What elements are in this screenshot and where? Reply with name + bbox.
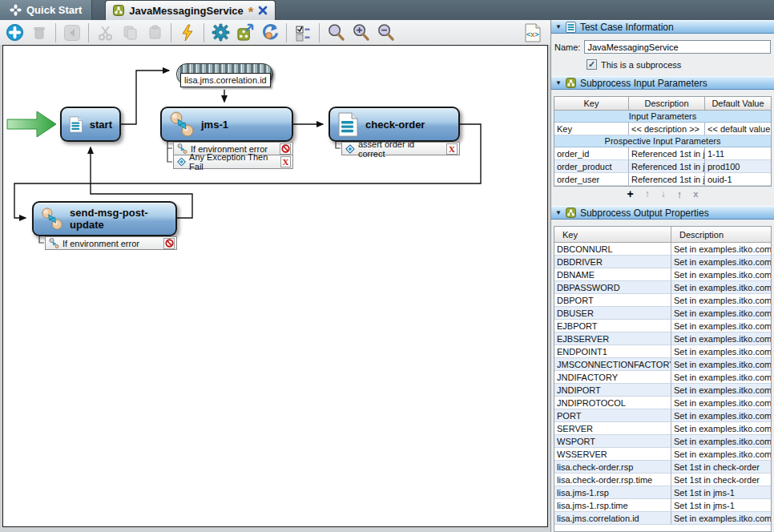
cell-key[interactable]: order_id xyxy=(554,147,629,160)
navigate-back-button[interactable] xyxy=(61,22,83,43)
delete-step-button[interactable] xyxy=(28,22,50,43)
cell-description[interactable]: Set in examples.itko.com.confi... xyxy=(671,281,771,294)
table-row[interactable]: order_product Referenced 1st in j... pro… xyxy=(554,160,771,173)
cell-description[interactable]: Set in examples.itko.com.confi... xyxy=(671,294,771,307)
revert-button[interactable] xyxy=(259,22,281,43)
move-row-down-button[interactable]: ↓ xyxy=(661,188,666,200)
assertion-row[interactable]: assert order id correct X xyxy=(341,142,460,155)
table-row[interactable]: ENDPOINT1 Set in examples.itko.com.confi… xyxy=(554,345,771,358)
cell-description[interactable]: Set in examples.itko.com.confi... xyxy=(671,384,771,397)
cell-description[interactable]: Set in examples.itko.com.confi... xyxy=(671,512,771,525)
cell-description[interactable]: Set in examples.itko.com.confi... xyxy=(671,332,771,345)
column-header[interactable]: Description xyxy=(629,97,705,111)
workflow-canvas[interactable]: lisa.jms.correlation.id start xyxy=(2,45,548,527)
collapse-triangle-icon[interactable]: ▼ xyxy=(555,79,562,87)
zoom-in-button[interactable] xyxy=(349,22,372,43)
cell-key[interactable]: lisa.jms-1.rsp xyxy=(554,486,671,499)
table-row[interactable]: EJBSERVER Set in examples.itko.com.confi… xyxy=(554,332,771,345)
cell-description[interactable]: Set in examples.itko.com.confi... xyxy=(671,243,771,256)
section-header-output-properties[interactable]: ▼ Subprocess Output Properties xyxy=(551,206,774,220)
cell-key[interactable]: order_product xyxy=(554,160,629,173)
cell-key[interactable]: lisa.check-order.rsp xyxy=(554,461,671,474)
cell-description[interactable]: Set in examples.itko.com.confi... xyxy=(671,256,771,268)
checklist-button[interactable] xyxy=(292,22,314,43)
table-row[interactable]: JNDIFACTORY Set in examples.itko.com.con… xyxy=(554,371,771,384)
table-row[interactable]: DBNAME Set in examples.itko.com.confi... xyxy=(554,268,771,281)
table-row[interactable]: order_id Referenced 1st in j... 1-11 xyxy=(554,147,771,160)
cell-description[interactable]: << description >> xyxy=(629,123,705,135)
cell-key[interactable]: Key xyxy=(554,123,629,135)
cell-default-value[interactable]: ouid-1 xyxy=(705,173,771,186)
cell-description[interactable]: Set in examples.itko.com.confi... xyxy=(671,358,771,371)
cell-description[interactable]: Set in examples.itko.com.confi... xyxy=(671,345,771,358)
cell-key[interactable]: EJBSERVER xyxy=(554,332,671,345)
cell-description[interactable]: Set 1st in check-order xyxy=(671,474,771,486)
cell-description[interactable]: Set in examples.itko.com.confi... xyxy=(671,409,771,422)
promote-row-button[interactable]: ↑ xyxy=(677,188,683,200)
cell-key[interactable]: EJBPORT xyxy=(554,320,671,332)
cell-description[interactable]: Set in examples.itko.com.confi... xyxy=(671,422,771,435)
assertion-row[interactable]: Any Exception Then Fail X xyxy=(173,155,293,169)
cell-description[interactable]: Set in examples.itko.com.confi... xyxy=(671,320,771,332)
cell-key[interactable]: JMSCONNECTIONFACTORY xyxy=(554,358,671,371)
cell-key[interactable]: JNDIFACTORY xyxy=(554,371,671,384)
settings-button[interactable] xyxy=(209,22,232,43)
table-row[interactable]: lisa.check-order.rsp Set 1st in check-or… xyxy=(554,461,771,474)
tab-quick-start[interactable]: Quick Start xyxy=(0,0,92,20)
table-row[interactable]: order_user Referenced 1st in j... ouid-1 xyxy=(554,173,771,186)
assertion-row[interactable]: If environment error xyxy=(45,236,177,250)
column-header[interactable]: Description xyxy=(671,227,771,243)
subprocess-checkbox[interactable]: ✓ xyxy=(587,59,597,70)
paste-button[interactable] xyxy=(143,22,166,43)
cell-description[interactable]: Set in examples.itko.com.confi... xyxy=(671,435,771,448)
zoom-out-button[interactable] xyxy=(374,22,397,43)
collapse-triangle-icon[interactable]: ▼ xyxy=(555,209,562,216)
table-row[interactable]: DBPORT Set in examples.itko.com.confi... xyxy=(554,294,771,307)
column-header[interactable]: Key xyxy=(554,97,629,111)
cell-key[interactable]: WSPORT xyxy=(554,435,671,448)
table-row[interactable]: lisa.jms-1.rsp Set 1st in jms-1 xyxy=(554,486,771,499)
cell-key[interactable]: lisa.jms-1.rsp.time xyxy=(554,499,671,512)
cell-description[interactable]: Referenced 1st in j... xyxy=(629,160,705,173)
cell-key[interactable]: PORT xyxy=(554,409,671,422)
table-row[interactable]: JNDIPROTOCOL Set in examples.itko.com.co… xyxy=(554,397,771,409)
cut-button[interactable] xyxy=(94,22,116,43)
table-row[interactable]: WSPORT Set in examples.itko.com.confi... xyxy=(554,435,771,448)
cell-description[interactable]: Set in examples.itko.com.confi... xyxy=(671,397,771,409)
cell-key[interactable]: WSSERVER xyxy=(554,448,671,461)
table-row[interactable]: lisa.check-order.rsp.time Set 1st in che… xyxy=(554,474,771,486)
move-row-up-button[interactable]: ↑ xyxy=(645,188,650,200)
cell-key[interactable]: DBCONNURL xyxy=(554,243,671,256)
run-button[interactable] xyxy=(176,22,199,43)
red-x-icon[interactable]: X xyxy=(446,143,458,155)
cell-key[interactable]: lisa.check-order.rsp.time xyxy=(554,474,671,486)
no-entry-icon[interactable] xyxy=(280,143,291,155)
cell-default-value[interactable]: 1-11 xyxy=(705,147,771,160)
column-header[interactable]: Key xyxy=(554,227,671,243)
cell-key[interactable]: order_user xyxy=(554,173,629,186)
table-row[interactable]: WSSERVER Set in examples.itko.com.confi.… xyxy=(554,448,771,461)
column-header[interactable]: Default Value xyxy=(705,97,771,111)
table-row[interactable]: JNDIPORT Set in examples.itko.com.confi.… xyxy=(554,384,771,397)
table-row[interactable]: EJBPORT Set in examples.itko.com.confi..… xyxy=(554,320,771,332)
cell-description[interactable]: Set 1st in jms-1 xyxy=(671,499,771,512)
table-row[interactable]: lisa.jms-1.rsp.time Set 1st in jms-1 xyxy=(554,499,771,512)
cell-key[interactable]: SERVER xyxy=(554,422,671,435)
cell-key[interactable]: DBDRIVER xyxy=(554,256,671,268)
cell-default-value[interactable]: prod100 xyxy=(705,160,771,173)
cell-default-value[interactable]: << default value >> xyxy=(705,123,771,135)
cell-key[interactable]: DBUSER xyxy=(554,307,671,320)
cell-key[interactable]: lisa.jms.correlation.id xyxy=(554,512,671,525)
collapse-triangle-icon[interactable]: ▼ xyxy=(555,23,562,30)
table-row[interactable]: SERVER Set in examples.itko.com.confi... xyxy=(554,422,771,435)
table-row[interactable]: JMSCONNECTIONFACTORY Set in examples.itk… xyxy=(554,358,771,371)
section-header-input-parameters[interactable]: ▼ Subprocess Input Parameters xyxy=(551,76,774,90)
cell-key[interactable]: DBPASSWORD xyxy=(554,281,671,294)
cell-key[interactable]: DBNAME xyxy=(554,268,671,281)
cell-description[interactable]: Set in examples.itko.com.confi... xyxy=(671,371,771,384)
cell-description[interactable]: Referenced 1st in j... xyxy=(629,173,705,186)
cell-key[interactable]: JNDIPROTOCOL xyxy=(554,397,671,409)
cell-description[interactable]: Set in examples.itko.com.confi... xyxy=(671,307,771,320)
add-step-button[interactable] xyxy=(3,22,26,43)
add-row-button[interactable]: + xyxy=(627,188,634,200)
